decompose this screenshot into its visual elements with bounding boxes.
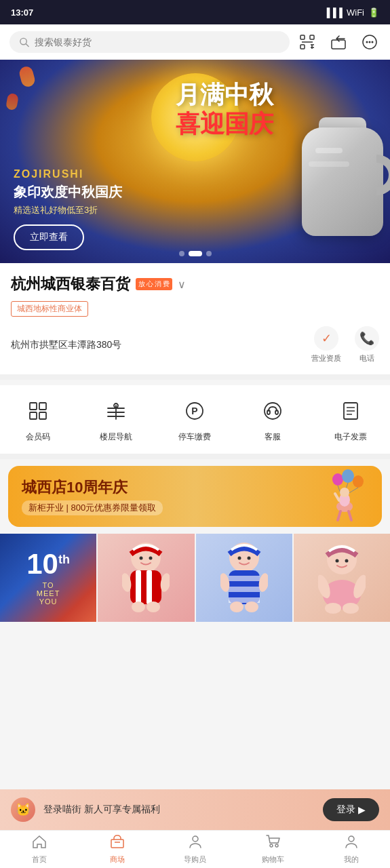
svg-point-13 [372,41,374,43]
service-icon [258,396,288,426]
store-name: 杭州城西银泰百货 [11,274,130,294]
license-button[interactable]: ✓ 营业资质 [311,326,341,363]
search-bar [0,24,390,60]
store-address: 杭州市拱墅区丰潭路380号 [11,339,121,351]
svg-rect-3 [310,35,314,39]
promo-sub: 新柜开业 | 800元优惠券限量领取 [22,500,163,515]
tab-mall[interactable]: 商场 [78,831,156,868]
login-avatar: 🐱 [11,797,35,822]
svg-rect-55 [229,587,260,592]
svg-point-71 [193,836,198,842]
svg-point-67 [325,603,341,614]
svg-rect-45 [147,570,152,604]
grid-item-doll1[interactable] [98,534,194,622]
svg-point-74 [349,836,354,842]
banner-product-image [275,100,390,236]
login-button-label: 登录 [336,804,355,816]
svg-rect-14 [30,403,37,410]
home-icon [32,834,47,853]
promo-figure [307,466,375,527]
battery-icon: 🔋 [368,7,379,18]
quick-nav: 会员码 楼层导航 P 停车缴费 [0,385,390,454]
svg-point-68 [343,603,359,614]
doll-red [122,540,170,615]
store-address-row: 杭州市拱墅区丰潭路380号 ✓ 营业资质 📞 电话 [11,326,379,363]
nav-item-service[interactable]: 客服 [258,396,288,443]
svg-point-42 [149,557,153,560]
tab-home[interactable]: 首页 [0,831,78,868]
banner-desc: 精选送礼好物低至3折 [14,204,122,216]
floor-icon [101,396,131,426]
message-button[interactable] [359,31,381,53]
license-label: 营业资质 [311,353,341,363]
mall-icon [110,834,125,853]
svg-point-28 [332,473,343,486]
dot-1 [179,251,184,256]
nav-item-invoice[interactable]: 电子发票 [334,396,367,443]
dot-3 [206,251,212,256]
store-name-row: 杭州城西银泰百货 放 心 消 费 ∨ [11,274,379,294]
banner-brand: ZOJIRUSHI [14,168,122,180]
banner-main-text: 月满中秋 喜迎国庆 [176,80,273,138]
service-label: 客服 [265,431,281,443]
nav-item-floor[interactable]: 楼层导航 [100,396,132,443]
membership-label: 会员码 [26,431,50,443]
grid-item-anniversary[interactable]: 10th TO MEET YOU [0,534,96,622]
dot-2 [189,251,202,256]
divider-2 [0,454,390,459]
scan-icon [300,35,315,50]
search-icon [19,37,29,47]
search-actions [296,31,381,53]
membership-icon [23,396,53,426]
hero-banner[interactable]: 月满中秋 喜迎国庆 ZOJIRUSHI 象印欢度中秋国庆 精选送礼好物低至3折 … [0,60,390,263]
phone-button[interactable]: 📞 电话 [355,326,379,363]
kettle-handle [376,155,390,195]
status-icons: ▐▐▐ WiFi 🔋 [324,7,379,18]
svg-point-62 [335,559,338,563]
invoice-label: 电子发票 [334,431,367,443]
wifi-icon: WiFi [347,7,364,18]
grid-item-doll2[interactable] [196,534,292,622]
tab-profile[interactable]: 我的 [312,831,390,868]
invoice-icon [336,396,366,426]
share-button[interactable] [328,31,349,53]
doll-blue [220,540,268,615]
mall-tab-label: 商场 [110,854,125,865]
svg-point-52 [247,557,250,560]
nav-item-parking[interactable]: P 停车缴费 [178,396,211,443]
tab-cart[interactable]: 购物车 [234,831,312,868]
svg-rect-17 [39,412,46,419]
divider-1 [0,374,390,380]
login-arrow-icon: ▶ [358,804,366,815]
scan-button[interactable] [296,31,318,53]
store-info: 杭州城西银泰百货 放 心 消 费 ∨ 城西地标性商业体 杭州市拱墅区丰潭路380… [0,263,390,374]
home-tab-label: 首页 [32,854,47,865]
banner-cta-button[interactable]: 立即查看 [14,224,84,250]
tab-guide[interactable]: 导购员 [156,831,234,868]
login-button[interactable]: 登录 ▶ [323,798,379,821]
guide-tab-label: 导购员 [184,854,206,865]
svg-line-39 [349,511,351,520]
svg-point-36 [340,488,349,497]
svg-rect-69 [111,840,123,848]
svg-point-63 [345,559,348,563]
spacer [0,627,390,641]
chevron-down-icon[interactable]: ∨ [178,278,186,291]
nav-item-membership[interactable]: 会员码 [23,396,53,443]
svg-rect-15 [39,403,46,410]
svg-rect-44 [136,570,141,604]
grid-item-doll3[interactable] [294,534,390,622]
svg-point-49 [147,601,160,612]
search-input[interactable] [35,37,280,47]
svg-point-72 [270,844,273,847]
search-input-wrap[interactable] [9,31,290,53]
floor-label: 楼层导航 [100,431,132,443]
message-icon [362,35,377,50]
svg-point-51 [237,557,241,560]
promo-illustration [311,469,372,524]
promo-banner[interactable]: 城西店10周年庆 新柜开业 | 800元优惠券限量领取 [8,466,382,527]
phone-label: 电话 [359,353,374,363]
profile-tab-label: 我的 [344,854,359,865]
banner-title: 象印欢度中秋国庆 [14,183,122,201]
kettle-body [302,127,383,236]
